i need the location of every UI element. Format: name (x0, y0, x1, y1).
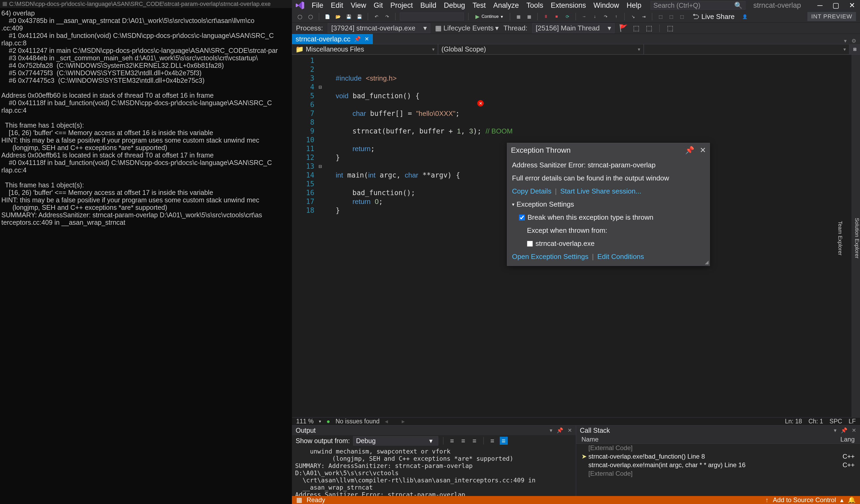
step-out-icon[interactable]: ↑ (612, 13, 620, 20)
step-into-icon[interactable]: ↓ (591, 13, 599, 20)
output-tool-a-icon[interactable]: ≡ (448, 437, 456, 445)
start-liveshare-link[interactable]: Start Live Share session... (560, 187, 641, 195)
new-icon[interactable]: 📄 (324, 13, 331, 20)
debug-win-icon[interactable]: ▦ (525, 13, 533, 20)
panel-close-icon[interactable]: ✕ (568, 427, 572, 433)
add-source-control[interactable]: Add to Source Control (773, 496, 836, 504)
menu-tools[interactable]: Tools (523, 0, 547, 11)
exception-settings-header[interactable]: ▾ Exception Settings (512, 200, 705, 208)
flag-icon[interactable]: 🚩 (619, 24, 627, 32)
team-explorer-tab[interactable]: Team Explorer (837, 221, 843, 255)
tab-close-icon[interactable]: ✕ (364, 36, 369, 42)
copy-details-link[interactable]: Copy Details (512, 187, 551, 195)
notifications-icon[interactable]: 🔔 (848, 496, 856, 504)
nav-back-icon[interactable]: ◯ (296, 13, 304, 20)
undo-icon[interactable]: ↶ (372, 13, 380, 20)
minimize-button[interactable]: ─ (812, 0, 828, 11)
fold-gutter[interactable]: ⊟ ⊟ (319, 55, 325, 417)
debug-target-icon[interactable]: ▦ (514, 13, 522, 20)
editor-area[interactable]: 123456789101112131415161718 ⊟ ⊟ #include… (292, 55, 860, 417)
tab-dropdown-icon[interactable]: ▾ (844, 38, 847, 44)
cs-dropdown-icon[interactable]: ▾ (834, 427, 836, 433)
stack-icon[interactable]: ⬚ (632, 24, 640, 32)
except-exe-checkbox[interactable] (527, 241, 533, 247)
lifecycle-events-button[interactable]: ▦ Lifecycle Events ▾ (435, 24, 499, 32)
menu-debug[interactable]: Debug (440, 0, 469, 11)
scope-split-icon[interactable]: ⊞ (849, 44, 860, 55)
stack3-icon[interactable]: ⬚ (666, 24, 674, 32)
cs-close-icon[interactable]: ✕ (852, 427, 856, 433)
menu-file[interactable]: File (308, 0, 327, 11)
save-icon[interactable]: 💾 (345, 13, 353, 20)
break-when-checkbox[interactable] (519, 214, 525, 221)
thread-dropdown[interactable]: [25156] Main Thread▾ (532, 23, 615, 33)
close-button[interactable]: ✕ (844, 0, 860, 11)
tab-strncat-overlap[interactable]: strncat-overlap.cc 📌 ✕ (292, 34, 373, 44)
tool-b-icon[interactable]: ⇥ (640, 13, 648, 20)
zoom-level[interactable]: 111 % (296, 418, 314, 425)
indent-mode[interactable]: SPC (830, 418, 842, 425)
resize-grip-icon[interactable]: ◢ (705, 259, 708, 265)
cmd-titlebar[interactable]: C:\MSDN\cpp-docs-pr\docs\c-language\ASAN… (0, 0, 292, 8)
open-icon[interactable]: 📂 (334, 13, 342, 20)
popup-pin-icon[interactable]: 📌 (685, 146, 694, 154)
output-tool-c-icon[interactable]: ≡ (471, 437, 478, 445)
tool-e-icon[interactable]: ⬚ (678, 13, 686, 20)
menu-extensions[interactable]: Extensions (547, 0, 590, 11)
account-icon[interactable]: 👤 (741, 13, 749, 20)
open-exception-settings-link[interactable]: Open Exception Settings (512, 253, 588, 261)
tool-c-icon[interactable]: ⬚ (657, 13, 664, 20)
tool-a-icon[interactable]: ↘ (629, 13, 637, 20)
tool-d-icon[interactable]: ⬚ (667, 13, 675, 20)
line-ending[interactable]: LF (848, 418, 856, 425)
menu-test[interactable]: Test (469, 0, 490, 11)
liveshare-button[interactable]: ⮌ Live Share (692, 13, 734, 21)
menu-help[interactable]: Help (623, 0, 645, 11)
config-dropdown[interactable] (400, 13, 464, 20)
output-wrap-icon[interactable]: ≡ (488, 437, 497, 445)
publish-icon[interactable]: ↑ (765, 496, 769, 504)
error-glyph-icon[interactable]: ✕ (477, 100, 484, 106)
edit-conditions-link[interactable]: Edit Conditions (597, 253, 644, 261)
menu-window[interactable]: Window (590, 0, 623, 11)
stack2-icon[interactable]: ⬚ (645, 24, 653, 32)
maximize-button[interactable]: ▢ (828, 0, 844, 11)
process-dropdown[interactable]: [37924] strncat-overlap.exe▾ (328, 23, 430, 33)
break-all-icon[interactable]: ⏸ (542, 13, 550, 20)
vs-search-box[interactable]: Search (Ctrl+Q) 🔍 (650, 1, 745, 10)
step-over-icon[interactable]: ↷ (601, 13, 610, 20)
pin-icon[interactable]: 📌 (354, 36, 361, 42)
stop-icon[interactable]: ■ (553, 13, 561, 20)
menu-analyze[interactable]: Analyze (490, 0, 523, 11)
saveall-icon[interactable]: 💾 (356, 13, 363, 20)
menu-edit[interactable]: Edit (327, 0, 347, 11)
issues-text[interactable]: No issues found (335, 418, 379, 425)
redo-icon[interactable]: ↷ (383, 13, 391, 20)
callstack-row[interactable]: ➤strncat-overlap.exe!bad_function() Line… (576, 452, 860, 461)
tab-settings-icon[interactable]: ⚙ (851, 38, 856, 44)
solution-explorer-tab[interactable]: Solution Explorer (854, 218, 860, 258)
menu-build[interactable]: Build (417, 0, 440, 11)
panel-pin-icon[interactable]: 📌 (557, 427, 563, 433)
output-source-dropdown[interactable]: Debug▾ (353, 436, 438, 446)
output-tool-b-icon[interactable]: ≡ (459, 437, 468, 445)
output-clear-icon[interactable]: ≡ (500, 437, 508, 445)
panel-dropdown-icon[interactable]: ▾ (550, 427, 552, 433)
scope-namespace[interactable]: (Global Scope)▾ (438, 44, 644, 55)
menu-view[interactable]: View (347, 0, 370, 11)
continue-button[interactable]: ▶ Continue ▾ (473, 13, 505, 20)
scope-project[interactable]: 📁 Miscellaneous Files▾ (292, 44, 438, 55)
show-next-icon[interactable]: → (580, 13, 588, 20)
cs-pin-icon[interactable]: 📌 (841, 427, 847, 433)
callstack-row[interactable]: [External Code] (576, 469, 860, 478)
callstack-row[interactable]: [External Code] (576, 444, 860, 452)
cs-lang-col[interactable]: Lang (841, 436, 855, 443)
menu-project[interactable]: Project (387, 0, 417, 11)
callstack-row[interactable]: strncat-overlap.exe!main(int argc, char … (576, 461, 860, 469)
popup-close-icon[interactable]: ✕ (700, 146, 706, 154)
nav-fwd-icon[interactable]: ◯ (306, 13, 315, 20)
scope-member[interactable]: ▾ (644, 44, 849, 55)
restart-icon[interactable]: ⟳ (563, 13, 571, 20)
source-chev-icon[interactable]: ▴ (840, 496, 843, 504)
cs-name-col[interactable]: Name (582, 436, 599, 443)
